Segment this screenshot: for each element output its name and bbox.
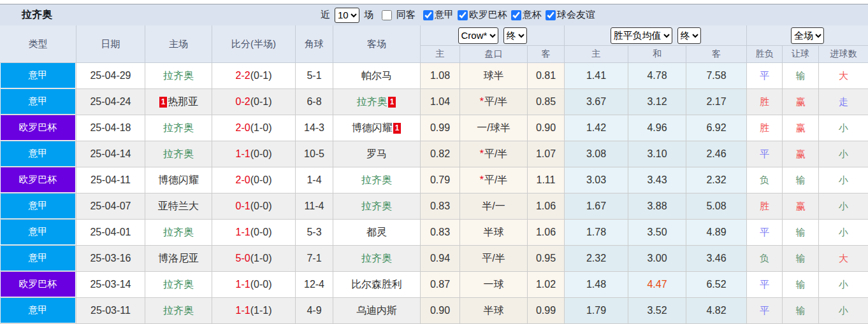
avg-type-select[interactable]: 胜平负均值 <box>611 27 672 44</box>
score-cell: 0-2(0-1) <box>212 89 296 115</box>
odds-group-header: Crow* 终 <box>421 25 565 46</box>
fulltime-score: 5-0 <box>236 253 250 264</box>
avg-lose-cell: 2.46 <box>686 141 747 167</box>
league-filter-checkbox[interactable] <box>511 10 521 20</box>
odds-away-cell: 0.99 <box>528 298 565 324</box>
home-team-name[interactable]: 拉齐奥 <box>163 122 194 135</box>
home-team-cell: 拉齐奥 <box>145 63 212 89</box>
same-opponent-checkbox[interactable] <box>382 10 392 20</box>
red-card-icon: 1 <box>388 97 396 108</box>
home-team-name[interactable]: 博德闪耀 <box>158 174 199 187</box>
score-cell: 2-0(1-0) <box>212 115 296 141</box>
away-team-cell: 拉齐奥 <box>333 167 421 194</box>
odds-home-cell: 0.79 <box>421 167 460 194</box>
home-team-cell: 拉齐奥 <box>145 220 212 246</box>
halftime-score: (0-0) <box>250 148 272 160</box>
fulltime-score: 2-0 <box>236 174 250 186</box>
result-wdl-cell: 平 <box>747 141 783 167</box>
filter-controls: 近 10 场 同客 意甲欧罗巴杯意杯球会友谊 <box>319 4 597 25</box>
league-filters: 意甲欧罗巴杯意杯球会友谊 <box>419 9 595 21</box>
odds-away-cell: 1.07 <box>528 141 565 167</box>
home-team-cell: 博德闪耀 <box>145 167 212 194</box>
away-team-cell: 乌迪内斯 <box>333 298 421 324</box>
corner-cell: 1-4 <box>296 167 333 194</box>
table-header: 类型 日期 主场 比分(半场) 角球 客场 Crow* 终 胜平负均值 终 全场… <box>0 25 868 63</box>
away-team-name[interactable]: 帕尔马 <box>361 69 392 83</box>
result-wdl-cell: 胜 <box>747 115 783 141</box>
handicap-star-icon: * <box>480 174 484 186</box>
avg-time-select[interactable]: 终 <box>677 27 701 44</box>
home-team-name[interactable]: 拉齐奥 <box>163 69 194 83</box>
top-strip <box>0 0 868 4</box>
handicap-cell: 球半 <box>460 63 528 89</box>
avg-draw-cell: 3.52 <box>628 298 686 324</box>
corner-cell: 5-3 <box>296 220 333 246</box>
odds-home-cell: 1.08 <box>421 63 460 89</box>
home-team-name[interactable]: 拉齐奥 <box>163 304 194 318</box>
avg-win-cell: 3.03 <box>565 167 628 194</box>
odds-time-select[interactable]: 终 <box>503 27 527 44</box>
away-team-name[interactable]: 拉齐奥 <box>357 95 387 109</box>
handicap-text: 球半 <box>484 69 504 83</box>
fulltime-score: 1-1 <box>236 227 250 238</box>
handicap-text: 平/半 <box>482 252 505 265</box>
fulltime-score: 2-2 <box>236 70 250 81</box>
away-team-name[interactable]: 拉齐奥 <box>361 174 392 187</box>
result-goals-cell: 大 <box>819 246 868 272</box>
league-filter-checkbox[interactable] <box>458 10 468 20</box>
odds-away-cell: 0.90 <box>528 115 565 141</box>
home-team-name[interactable]: 热那亚 <box>168 95 198 109</box>
league-cell: 意甲 <box>0 194 76 220</box>
league-filter-checkbox[interactable] <box>423 10 433 20</box>
odds-away-cell: 1.11 <box>528 167 565 194</box>
result-handicap-cell: 输 <box>783 220 819 246</box>
avg-group-header: 胜平负均值 终 <box>565 25 747 46</box>
away-team-name[interactable]: 罗马 <box>366 148 387 161</box>
home-team-name[interactable]: 亚特兰大 <box>158 200 199 213</box>
home-team-name[interactable]: 拉齐奥 <box>163 278 194 292</box>
recent-count-select[interactable]: 10 <box>335 8 359 23</box>
result-handicap-cell: 赢 <box>783 194 819 220</box>
match-stats-panel: 拉齐奥 近 10 场 同客 意甲欧罗巴杯意杯球会友谊 类型 日期 主场 比分(半… <box>0 0 868 324</box>
result-group-header: 全场 <box>747 25 868 46</box>
home-team-name[interactable]: 拉齐奥 <box>163 148 194 161</box>
away-team-name[interactable]: 拉齐奥 <box>361 252 392 265</box>
result-handicap-cell: 赢 <box>783 115 819 141</box>
col-header-home: 主场 <box>145 25 212 63</box>
corner-cell: 4-9 <box>296 298 333 324</box>
odds-away-cell: 0.95 <box>528 246 565 272</box>
league-filter-checkbox[interactable] <box>546 10 556 20</box>
away-team-name[interactable]: 乌迪内斯 <box>356 304 397 318</box>
result-wdl-cell: 平 <box>747 220 783 246</box>
scope-select[interactable]: 全场 <box>791 27 824 44</box>
team-title: 拉齐奥 <box>22 8 52 22</box>
date-cell: 25-04-14 <box>76 141 145 167</box>
score-cell: 1-1(0-0) <box>212 220 296 246</box>
avg-win-cell: 1.67 <box>565 194 628 220</box>
avg-draw-cell: 3.00 <box>628 246 686 272</box>
result-goals-cell: 小 <box>819 298 868 324</box>
corner-cell: 6-8 <box>296 89 333 115</box>
handicap-star-icon: * <box>480 148 484 160</box>
recent-label: 近 <box>321 9 330 21</box>
home-team-cell: 拉齐奥 <box>145 298 212 324</box>
away-team-name[interactable]: 拉齐奥 <box>361 200 392 213</box>
away-team-name[interactable]: 比尔森胜利 <box>351 278 402 292</box>
away-team-name[interactable]: 博德闪耀 <box>352 122 393 135</box>
league-badge: 意甲 <box>1 141 75 166</box>
away-team-name[interactable]: 都灵 <box>366 226 387 239</box>
home-team-name[interactable]: 拉齐奥 <box>163 226 194 239</box>
odds-home-cell: 0.87 <box>421 272 460 298</box>
league-cell: 意甲 <box>0 246 76 272</box>
corner-cell: 14-3 <box>296 115 333 141</box>
result-wdl-cell: 平 <box>747 298 783 324</box>
handicap-cell: 半球 <box>460 298 528 324</box>
home-team-name[interactable]: 博洛尼亚 <box>158 252 199 265</box>
away-team-cell: 都灵 <box>333 220 421 246</box>
table-row: 意甲25-04-241热那亚0-2(0-1)6-8拉齐奥11.04*平/半0.8… <box>0 89 868 115</box>
handicap-text: 平/半 <box>484 148 507 161</box>
handicap-text: 一球 <box>484 278 504 292</box>
avg-lose-cell: 3.46 <box>686 246 747 272</box>
bookmaker-select[interactable]: Crow* <box>458 27 498 44</box>
halftime-score: (0-0) <box>250 227 272 238</box>
